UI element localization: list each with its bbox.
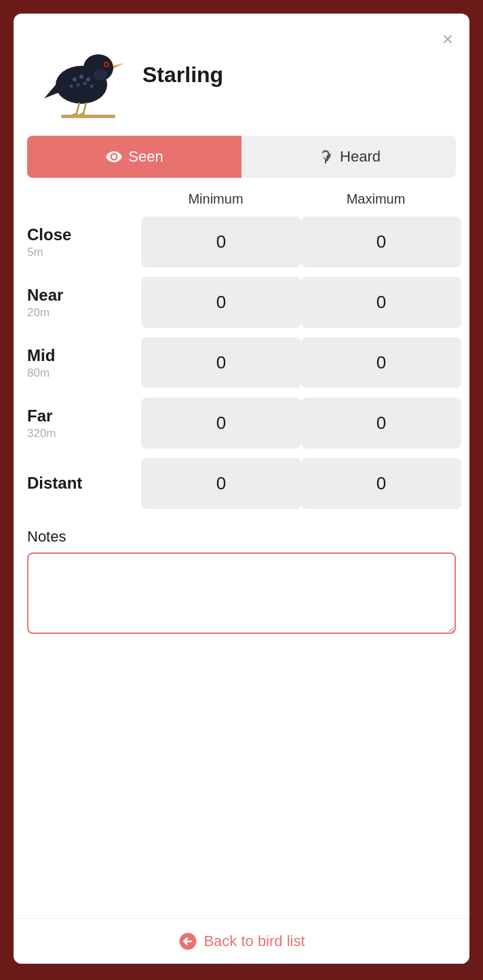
row-mid-label-block: Mid 80m	[27, 346, 136, 380]
row-far-label-block: Far 320m	[27, 407, 136, 440]
row-far-sublabel: 320m	[27, 427, 136, 440]
row-distant-label-block: Distant	[27, 474, 136, 494]
row-near-label-block: Near 20m	[27, 286, 136, 320]
svg-point-20	[94, 69, 107, 80]
near-min-input[interactable]: 0	[141, 277, 301, 328]
far-max-input[interactable]: 0	[301, 398, 461, 449]
svg-rect-19	[61, 115, 115, 118]
svg-point-4	[79, 75, 83, 79]
back-arrow-icon	[178, 931, 198, 951]
notes-textarea[interactable]	[27, 552, 456, 634]
svg-line-14	[83, 102, 86, 113]
eye-icon	[105, 148, 123, 166]
svg-point-9	[90, 85, 94, 88]
row-far-label: Far	[27, 407, 136, 426]
close-button[interactable]: ×	[440, 27, 456, 52]
ear-icon	[317, 148, 334, 166]
svg-marker-10	[113, 63, 124, 69]
distant-max-input[interactable]: 0	[301, 458, 461, 509]
tab-seen[interactable]: Seen	[27, 136, 242, 178]
bird-image	[27, 27, 136, 122]
svg-point-6	[70, 85, 73, 88]
close-max-input[interactable]: 0	[301, 216, 461, 267]
row-near-sublabel: 20m	[27, 306, 136, 320]
tab-heard-label: Heard	[340, 148, 381, 166]
bird-name: Starling	[142, 62, 223, 88]
tab-heard[interactable]: Heard	[242, 136, 456, 178]
svg-point-8	[83, 82, 87, 86]
row-mid: Mid 80m 0 0	[27, 333, 456, 392]
row-mid-label: Mid	[27, 346, 136, 365]
mid-min-input[interactable]: 0	[141, 337, 301, 388]
notes-section: Notes	[14, 514, 469, 643]
mid-max-input[interactable]: 0	[301, 337, 461, 388]
svg-point-5	[86, 77, 90, 81]
row-near-label: Near	[27, 286, 136, 305]
row-mid-sublabel: 80m	[27, 366, 136, 380]
tab-row: Seen Heard	[27, 136, 456, 178]
notes-label: Notes	[27, 528, 456, 546]
row-distant-label: Distant	[27, 474, 136, 493]
col-max-header: Maximum	[296, 191, 456, 207]
tab-seen-label: Seen	[128, 148, 163, 166]
modal: Starling × Seen Heard Minimum Maximum	[14, 14, 469, 964]
back-to-bird-list-button[interactable]: Back to bird list	[178, 931, 305, 951]
row-close-sublabel: 5m	[27, 246, 136, 259]
svg-line-13	[77, 102, 79, 113]
row-distant: Distant 0 0	[27, 454, 456, 513]
row-close-label: Close	[27, 225, 136, 244]
col-min-header: Minimum	[136, 191, 296, 207]
bird-illustration	[31, 31, 132, 119]
far-min-input[interactable]: 0	[141, 398, 301, 449]
back-label: Back to bird list	[204, 932, 305, 950]
row-close-label-block: Close 5m	[27, 225, 136, 259]
svg-point-12	[105, 63, 108, 66]
close-min-input[interactable]: 0	[141, 216, 301, 267]
row-near: Near 20m 0 0	[27, 273, 456, 332]
svg-point-3	[73, 77, 77, 81]
near-max-input[interactable]: 0	[301, 277, 461, 328]
back-bar: Back to bird list	[14, 918, 469, 964]
modal-header: Starling ×	[14, 14, 469, 129]
grid-header: Minimum Maximum	[27, 191, 456, 207]
row-close: Close 5m 0 0	[27, 212, 456, 271]
distant-min-input[interactable]: 0	[141, 458, 301, 509]
row-far: Far 320m 0 0	[27, 394, 456, 453]
count-grid: Minimum Maximum Close 5m 0 0 Near 20m 0 …	[14, 191, 469, 513]
svg-point-7	[77, 83, 80, 87]
